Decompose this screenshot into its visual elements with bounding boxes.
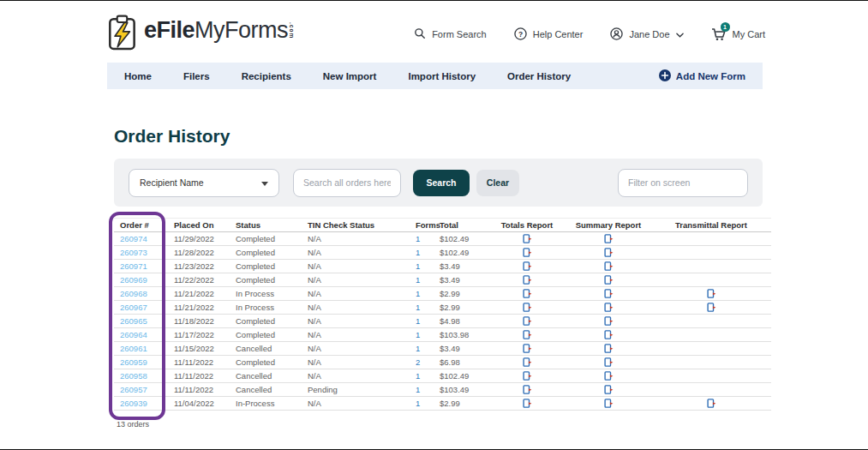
totals-report-icon[interactable]: [523, 289, 532, 298]
table-row: 26095911/11/2022CompletedN/A2$6.98: [114, 356, 771, 369]
filter-bar: Recipient Name Search Clear: [114, 159, 763, 207]
status-cell: Completed: [230, 357, 302, 367]
order-table-header: Order #Placed OnStatusTIN Check StatusFo…: [114, 218, 771, 232]
nav-item-import-history[interactable]: Import History: [408, 71, 476, 81]
order-link[interactable]: 260957: [114, 385, 168, 394]
order-link[interactable]: 260973: [114, 248, 168, 257]
add-new-form-label: Add New Form: [676, 71, 745, 81]
total-cell: $2.99: [434, 289, 488, 298]
order-link[interactable]: 260961: [114, 344, 168, 353]
order-link[interactable]: 260967: [114, 303, 168, 312]
dropdown-selected-value: Recipient Name: [140, 177, 204, 188]
tin-status-cell: N/A: [302, 275, 410, 285]
forms-cell: 1: [410, 371, 434, 381]
summary-report-icon[interactable]: [604, 344, 614, 353]
summary-report-icon-cell: [566, 371, 651, 381]
summary-report-icon-cell: [566, 275, 651, 285]
transmittal-report-icon[interactable]: [707, 303, 716, 312]
order-link[interactable]: 260974: [114, 234, 168, 243]
search-category-dropdown[interactable]: Recipient Name: [129, 169, 279, 197]
totals-report-icon[interactable]: [523, 248, 532, 257]
logo[interactable]: eFile MyForms .com: [107, 15, 295, 54]
totals-report-icon[interactable]: [523, 330, 532, 339]
total-cell: $102.49: [434, 234, 488, 243]
totals-report-icon[interactable]: [523, 344, 532, 353]
summary-report-icon[interactable]: [604, 248, 614, 257]
orders-search-input[interactable]: [293, 169, 401, 197]
nav-item-home[interactable]: Home: [124, 71, 152, 81]
order-link[interactable]: 260939: [114, 399, 168, 408]
summary-report-icon[interactable]: [604, 330, 614, 339]
placed-on-cell: 11/15/2022: [168, 344, 230, 353]
summary-report-icon-cell: [566, 399, 651, 408]
summary-report-icon-cell: [566, 385, 651, 394]
summary-report-icon[interactable]: [604, 357, 614, 367]
order-link[interactable]: 260958: [114, 371, 168, 381]
order-link[interactable]: 260968: [114, 289, 168, 298]
form-search-link[interactable]: Form Search: [414, 27, 487, 41]
order-link[interactable]: 260971: [114, 261, 168, 271]
totals-report-icon-cell: [488, 316, 566, 326]
summary-report-icon[interactable]: [604, 316, 614, 326]
summary-report-icon[interactable]: [604, 399, 614, 408]
page-title: Order History: [114, 126, 230, 147]
totals-report-icon-cell: [488, 261, 566, 271]
totals-report-icon[interactable]: [523, 261, 532, 271]
status-cell: In Process: [230, 303, 302, 312]
totals-report-icon[interactable]: [523, 371, 532, 381]
clear-button[interactable]: Clear: [476, 170, 519, 196]
summary-report-icon[interactable]: [604, 303, 614, 312]
totals-report-icon[interactable]: [523, 275, 532, 285]
plus-circle-icon: [659, 69, 671, 83]
order-link[interactable]: 260969: [114, 275, 168, 285]
table-row: 26096111/15/2022CancelledN/A1$3.49: [114, 342, 771, 356]
tin-status-cell: Pending: [302, 385, 410, 394]
totals-report-icon[interactable]: [523, 316, 532, 326]
column-header-summary-report: Summary Report: [566, 220, 651, 230]
main-nav: HomeFilersRecipientsNew ImportImport His…: [107, 63, 763, 89]
forms-cell: 1: [410, 275, 434, 285]
totals-report-icon[interactable]: [523, 357, 532, 367]
nav-item-new-import[interactable]: New Import: [323, 71, 377, 81]
placed-on-cell: 11/11/2022: [168, 385, 230, 394]
total-cell: $2.99: [434, 399, 488, 408]
summary-report-icon[interactable]: [604, 261, 614, 271]
total-cell: $103.98: [434, 330, 488, 339]
search-button[interactable]: Search: [413, 170, 470, 196]
user-menu[interactable]: Jane Doe: [610, 27, 683, 42]
placed-on-cell: 11/21/2022: [168, 289, 230, 298]
totals-report-icon-cell: [488, 234, 566, 243]
summary-report-icon[interactable]: [604, 371, 614, 381]
my-cart-link[interactable]: 1 My Cart: [711, 27, 766, 41]
order-table-body: 26097411/29/2022CompletedN/A1$102.492609…: [114, 232, 771, 411]
transmittal-report-icon[interactable]: [707, 289, 716, 298]
summary-report-icon-cell: [566, 316, 651, 326]
forms-cell: 1: [410, 385, 434, 394]
help-center-link[interactable]: ? Help Center: [514, 27, 584, 42]
totals-report-icon[interactable]: [523, 399, 532, 408]
nav-item-recipients[interactable]: Recipients: [242, 71, 291, 81]
nav-item-order-history[interactable]: Order History: [507, 71, 571, 81]
transmittal-report-icon[interactable]: [707, 399, 716, 408]
tin-status-cell: N/A: [302, 303, 410, 312]
summary-report-icon[interactable]: [604, 275, 614, 285]
placed-on-cell: 11/11/2022: [168, 357, 230, 367]
totals-report-icon[interactable]: [523, 385, 532, 394]
tin-status-cell: N/A: [302, 344, 410, 353]
add-new-form-button[interactable]: Add New Form: [659, 69, 745, 83]
orders-count: 13 orders: [117, 420, 149, 429]
totals-report-icon[interactable]: [523, 234, 532, 243]
filter-on-screen-input[interactable]: [618, 169, 748, 197]
total-cell: $102.49: [434, 248, 488, 257]
order-link[interactable]: 260964: [114, 330, 168, 339]
order-link[interactable]: 260965: [114, 316, 168, 326]
nav-item-filers[interactable]: Filers: [183, 71, 210, 81]
summary-report-icon[interactable]: [604, 234, 614, 243]
summary-report-icon-cell: [566, 357, 651, 367]
transmittal-report-icon-cell: [651, 399, 771, 408]
totals-report-icon[interactable]: [523, 303, 532, 312]
summary-report-icon[interactable]: [604, 385, 614, 394]
summary-report-icon[interactable]: [604, 289, 614, 298]
tin-status-cell: N/A: [302, 248, 410, 257]
order-link[interactable]: 260959: [114, 357, 168, 367]
